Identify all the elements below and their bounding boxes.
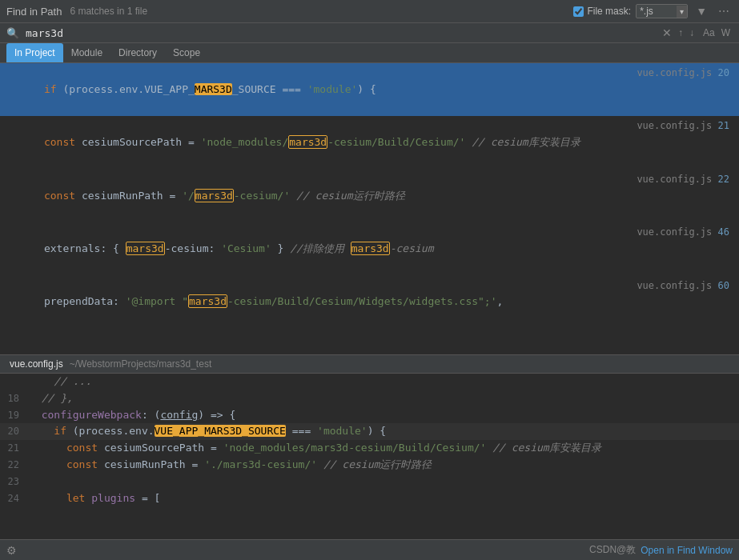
result-file-ref: vue.config.js 21 [637,118,729,134]
options-icon-btn[interactable]: ⋯ [715,3,733,19]
line-content: const cesiumRunPath = './mars3d-cesium/'… [29,457,739,474]
tab-scope[interactable]: Scope [165,43,208,62]
clear-search-button[interactable]: ✕ [662,26,672,39]
file-mask-checkbox[interactable] [573,6,584,17]
code-line: 24 let plugins = [ [0,490,739,507]
tab-in-project[interactable]: In Project [6,43,63,62]
line-number: 23 [0,474,29,490]
file-mask-input-wrapper[interactable]: ▾ [636,4,688,18]
watermark-text: CSDN@教 [589,543,636,557]
match-case-button[interactable]: Aa [701,26,717,39]
file-mask-label: File mask: [587,6,631,17]
result-file-ref: vue.config.js 60 [637,278,729,294]
code-preview-filename: vue.config.js [10,358,63,370]
result-row[interactable]: prependData: '@import "mars3d-cesium/Bui… [0,276,739,329]
line-content: // }, [29,390,739,407]
scope-tabs: In Project Module Directory Scope [0,43,739,63]
result-file-ref: vue.config.js 22 [637,172,729,187]
toolbar-matches: 6 matches in 1 file [70,6,147,17]
line-number: 19 [0,408,29,423]
open-in-find-window-button[interactable]: Open in Find Window [641,545,733,556]
code-preview-header: vue.config.js ~/WebstormProjects/mars3d_… [0,355,739,374]
result-row[interactable]: externals: { mars3d-cesium: 'Cesium' } /… [0,222,739,275]
result-line-content: if (process.env.VUE_APP_MARS3D_SOURCE ==… [6,65,629,114]
line-content: // ... [29,374,739,390]
line-content: configureWebpack: (config) => { [29,407,739,424]
line-content: const cesiumSourcePath = 'node_modules/m… [29,440,739,457]
line-number: 20 [0,424,29,439]
bottom-right: CSDN@教 Open in Find Window [589,543,733,557]
file-mask-checkbox-wrapper[interactable]: File mask: [573,6,631,17]
file-mask-area: File mask: ▾ ▼ ⋯ [573,3,733,19]
search-icon: 🔍 [6,27,19,39]
line-number: 24 [0,491,29,506]
code-preview-path: ~/WebstormProjects/mars3d_test [70,358,212,370]
tab-module[interactable]: Module [63,43,110,62]
toolbar: Find in Path 6 matches in 1 file File ma… [0,0,739,23]
filter-icon-btn[interactable]: ▼ [693,3,710,19]
settings-button[interactable]: ⚙ [6,544,17,557]
code-preview-body[interactable]: // ... 18 // }, 19 configureWebpack: (co… [0,374,739,539]
code-line: // ... [0,374,739,390]
bottom-left: ⚙ [6,544,17,557]
result-file-ref: vue.config.js 20 [637,66,729,81]
line-content: let plugins = [ [29,490,739,507]
next-match-button[interactable]: ↓ [689,27,694,38]
search-bar: 🔍 ✕ ↑ ↓ Aa W [0,23,739,43]
search-input[interactable] [26,27,656,39]
code-line: 19 configureWebpack: (config) => { [0,407,739,424]
result-row[interactable]: if (process.env.VUE_APP_MARS3D_SOURCE ==… [0,63,739,116]
code-line: 21 const cesiumSourcePath = 'node_module… [0,440,739,457]
line-number: 21 [0,441,29,456]
code-line: 18 // }, [0,390,739,407]
line-content: if (process.env.VUE_APP_MARS3D_SOURCE ==… [29,423,739,440]
tab-directory[interactable]: Directory [110,43,165,62]
file-mask-input[interactable] [637,5,677,18]
bottom-bar: ⚙ CSDN@教 Open in Find Window [0,539,739,560]
line-content [29,474,739,490]
code-line: 22 const cesiumRunPath = './mars3d-cesiu… [0,457,739,474]
code-line-active: 20 if (process.env.VUE_APP_MARS3D_SOURCE… [0,423,739,440]
line-number: 22 [0,458,29,473]
result-row[interactable]: const cesiumSourcePath = 'node_modules/m… [0,116,739,169]
code-preview: vue.config.js ~/WebstormProjects/mars3d_… [0,355,739,539]
file-mask-dropdown-btn[interactable]: ▾ [677,6,687,18]
result-line-content: const cesiumRunPath = '/mars3d-cesium/' … [6,171,629,221]
code-line: 23 [0,474,739,490]
line-number: 18 [0,391,29,406]
result-line-content: prependData: '@import "mars3d-cesium/Bui… [6,278,629,327]
search-options: Aa W [701,26,733,39]
result-row[interactable]: const cesiumRunPath = '/mars3d-cesium/' … [0,170,739,222]
prev-match-button[interactable]: ↑ [678,27,683,38]
result-line-content: const cesiumSourcePath = 'node_modules/m… [6,118,629,167]
results-area[interactable]: if (process.env.VUE_APP_MARS3D_SOURCE ==… [0,63,739,354]
result-file-ref: vue.config.js 46 [637,225,729,240]
result-line-content: externals: { mars3d-cesium: 'Cesium' } /… [6,224,629,274]
whole-word-button[interactable]: W [719,26,733,39]
toolbar-title: Find in Path [6,6,62,18]
